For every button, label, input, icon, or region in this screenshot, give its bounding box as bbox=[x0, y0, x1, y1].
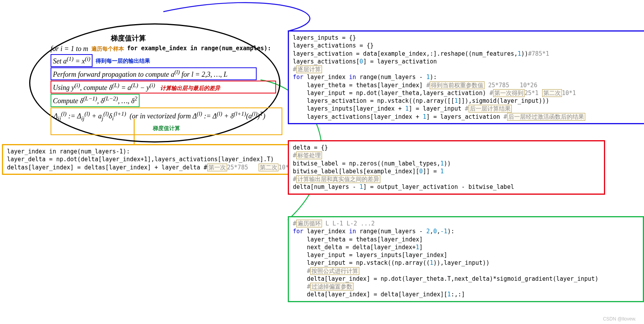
green-l7: #按照公式进行计算 bbox=[293, 267, 359, 275]
blue-l9: layers_activation = np.vstack((np.array(… bbox=[293, 97, 549, 104]
ann-gradient-calc: 梯度值计算 bbox=[153, 125, 180, 131]
orange-l3: deltas[layer_index] = deltas[layer_index… bbox=[7, 164, 296, 171]
blue-l3: layers_activation = data[example_index,:… bbox=[293, 50, 549, 57]
gradient-accum-code: layer_index in range(num_layers-1): laye… bbox=[2, 144, 294, 175]
green-l3: layer_theta = thetas[layer_index] bbox=[293, 236, 423, 243]
pseudocode-oval: 梯度值计算 for i = 1 to m 遍历每个样本 for example_… bbox=[29, 23, 278, 140]
green-l4: next_delta = delta[layer_index+1] bbox=[293, 244, 423, 251]
forward-prop-line: Perform forward propagation to compute a… bbox=[51, 67, 257, 80]
blue-l5: #逐层计算 bbox=[293, 65, 322, 73]
red-l2: #标签处理 bbox=[293, 151, 322, 159]
watermark: CSDN @llovew. bbox=[603, 316, 636, 322]
red-l1: delta = {} bbox=[293, 144, 328, 151]
set-a1: Set a(1) = x(i) bbox=[51, 54, 93, 67]
red-l6: delta[num_layers - 1] = output_layer_act… bbox=[293, 183, 514, 190]
orange-l2: layer_delta = np.dot(delta[layer_index+1… bbox=[7, 156, 274, 163]
red-l3: bitwise_label = np.zeros((num_label_type… bbox=[293, 160, 451, 167]
red-l5: #计算输出层和真实值之间的差异 bbox=[293, 175, 380, 183]
oval-title: 梯度值计算 bbox=[51, 33, 206, 43]
compute-delta-chain: Compute δ(L−1), δ(L−2), …, δ2 bbox=[51, 94, 140, 107]
blue-l7: layer_theta = thetas[layer_index] #得到当前权… bbox=[293, 81, 537, 89]
blue-l6: for layer_index in range(num_layers - 1)… bbox=[293, 74, 437, 81]
green-l5: layer_input = layers_inputs[layer_index] bbox=[293, 252, 447, 259]
blue-l1: layers_inputs = {} bbox=[293, 34, 356, 41]
delta-update-formula: Δij(l) := Δij(l) + aj(l)δi(l+1) (or in v… bbox=[54, 110, 279, 123]
pseudocode-loop: for i = 1 to m bbox=[51, 44, 88, 54]
red-l4: bitwise_label[labels[example_index][0]] … bbox=[293, 168, 444, 175]
blue-l11: layers_activations[layer_index + 1] = la… bbox=[293, 113, 585, 121]
green-l9: #过滤掉偏置参数 bbox=[293, 283, 354, 291]
green-l8: delta[layer_index] = np.dot(layer_theta.… bbox=[293, 275, 598, 282]
orange-l1: layer_index in range(num_layers-1): bbox=[7, 148, 130, 155]
ann-each-layer-output: 得到每一层的输出结果 bbox=[96, 57, 150, 65]
blue-l4: layers_activations[0] = layers_activatio… bbox=[293, 58, 437, 65]
blue-l8: layer_input = np.dot(layer_theta,layers_… bbox=[293, 89, 576, 97]
ann-iterate: 遍历每个样本 bbox=[91, 45, 124, 53]
green-l10: delta[layer_index] = delta[layer_index][… bbox=[293, 291, 465, 298]
blue-l10: layers_inputs[layer_index + 1] = layer_i… bbox=[293, 105, 512, 113]
backprop-loop-code: #遍历循环 L L-1 L-2 ...2 for layer_index in … bbox=[288, 216, 644, 302]
green-l1: #遍历循环 L L-1 L-2 ...2 bbox=[293, 220, 375, 227]
compute-delta-L: Using y(i), compute δ(L) = a(L) − y(i) 计… bbox=[51, 81, 276, 93]
green-l2: for layer_index in range(num_layers - 2,… bbox=[293, 228, 454, 235]
blue-l2: layers_activations = {} bbox=[293, 42, 374, 49]
green-l6: layer_input = np.vstack((np.array((1)),l… bbox=[293, 259, 490, 266]
code-for-examples: for example_index in range(num_examples)… bbox=[127, 44, 271, 53]
output-delta-code: delta = {} #标签处理 bitwise_label = np.zero… bbox=[288, 140, 605, 195]
forward-prop-code: layers_inputs = {} layers_activations = … bbox=[288, 30, 644, 124]
